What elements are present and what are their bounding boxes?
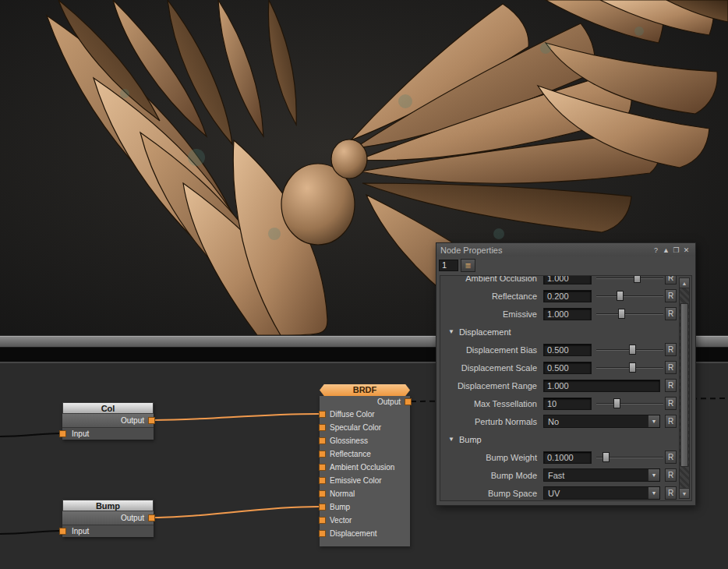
- input-label: Input: [72, 429, 89, 438]
- section-bump[interactable]: ▼ Bump: [440, 430, 678, 448]
- brdf-input-emissive-color: Emissive Color: [320, 474, 410, 487]
- input-label: Diffuse Color: [330, 410, 375, 419]
- input-port[interactable]: [319, 477, 326, 484]
- reset-button[interactable]: R: [665, 307, 677, 320]
- output-label: Output: [121, 514, 144, 522]
- perturb-normals-dropdown[interactable]: No ▼: [543, 415, 660, 428]
- application-window: Col Output Input Bump Output Input BRDF …: [0, 0, 728, 569]
- brdf-input-specular-color: Specular Color: [320, 421, 410, 434]
- node-brdf[interactable]: BRDF Output Diffuse Color Specular Color…: [320, 384, 410, 546]
- input-label: Bump: [330, 503, 350, 511]
- input-port[interactable]: [59, 528, 66, 535]
- node-properties-panel: Node Properties ? ▲ ❐ ✕ 1 ≣ Ambient Occl…: [436, 242, 696, 506]
- input-port[interactable]: [59, 430, 66, 437]
- input-label: Normal: [330, 489, 355, 498]
- brdf-input-bump: Bump: [320, 500, 410, 514]
- displacement-range-value-field[interactable]: 1.000: [543, 380, 660, 392]
- input-port[interactable]: [319, 504, 326, 511]
- bump-space-dropdown[interactable]: UV ▼: [543, 486, 660, 500]
- reflectance-slider[interactable]: [596, 290, 663, 302]
- output-port[interactable]: [148, 417, 155, 424]
- bump-weight-slider[interactable]: [596, 451, 663, 463]
- properties-list: Ambient Occlusion 1.000 R Reflectance 0.…: [440, 275, 692, 501]
- ambient-occlusion-value-field[interactable]: 1.000: [543, 275, 592, 284]
- output-port[interactable]: [148, 514, 155, 521]
- dropdown-value: No: [544, 417, 648, 426]
- panel-toolbar: 1 ≣: [436, 256, 695, 274]
- chevron-down-icon: ▼: [648, 415, 659, 427]
- node-bump-title[interactable]: Bump: [62, 500, 154, 511]
- prop-label: Ambient Occlusion: [442, 275, 542, 283]
- reset-button[interactable]: R: [665, 343, 677, 356]
- row-ambient-occlusion: Ambient Occlusion 1.000 R: [440, 275, 678, 287]
- reset-button[interactable]: R: [665, 275, 677, 284]
- displacement-scale-value-field[interactable]: 0.500: [543, 362, 592, 374]
- input-port[interactable]: [319, 437, 326, 444]
- scroll-thumb[interactable]: [680, 303, 688, 467]
- prop-label: Bump Mode: [442, 471, 542, 480]
- reset-button[interactable]: R: [665, 361, 677, 374]
- node-bump[interactable]: Bump Output Input: [62, 500, 154, 537]
- ambient-occlusion-slider[interactable]: [596, 275, 663, 284]
- help-icon[interactable]: ?: [651, 246, 661, 254]
- input-port[interactable]: [319, 530, 326, 537]
- reset-button[interactable]: R: [665, 415, 677, 428]
- list-icon: ≣: [465, 261, 471, 270]
- shade-icon[interactable]: ▲: [661, 246, 671, 254]
- close-icon[interactable]: ✕: [681, 246, 691, 254]
- emissive-slider[interactable]: [596, 308, 663, 320]
- row-bump-weight: Bump Weight 0.1000 R: [440, 448, 678, 466]
- prop-label: Displacement Scale: [442, 363, 542, 373]
- input-port[interactable]: [319, 451, 326, 458]
- displacement-scale-slider[interactable]: [596, 362, 663, 373]
- brdf-output-row: Output: [320, 396, 410, 408]
- reset-button[interactable]: R: [665, 289, 677, 302]
- triangle-down-icon: ▼: [448, 436, 454, 443]
- output-port[interactable]: [405, 398, 412, 405]
- prop-label: Displacement Range: [442, 381, 542, 391]
- input-port[interactable]: [319, 464, 326, 471]
- input-port[interactable]: [319, 411, 326, 418]
- node-col-input-row: Input: [62, 427, 154, 440]
- emissive-value-field[interactable]: 1.000: [543, 308, 592, 320]
- index-field[interactable]: 1: [439, 260, 458, 271]
- dropdown-value: Fast: [544, 471, 648, 480]
- chevron-down-icon: ▼: [648, 469, 659, 481]
- reflectance-value-field[interactable]: 0.200: [543, 290, 592, 302]
- input-port[interactable]: [319, 517, 326, 524]
- restore-icon[interactable]: ❐: [671, 246, 681, 254]
- node-col-title[interactable]: Col: [62, 402, 154, 414]
- section-displacement[interactable]: ▼ Displacement: [440, 323, 678, 341]
- reset-button[interactable]: R: [665, 451, 677, 464]
- reset-button[interactable]: R: [665, 486, 677, 500]
- input-label: Emissive Color: [330, 476, 382, 485]
- scroll-down-icon[interactable]: ▼: [680, 488, 689, 498]
- brdf-input-vector: Vector: [320, 514, 410, 527]
- input-label: Specular Color: [330, 423, 381, 432]
- prop-label: Reflectance: [442, 292, 542, 301]
- displacement-bias-slider[interactable]: [596, 344, 663, 355]
- brdf-input-normal: Normal: [320, 487, 410, 500]
- scroll-up-icon[interactable]: ▲: [680, 278, 689, 288]
- input-port[interactable]: [319, 424, 326, 431]
- reset-button[interactable]: R: [665, 468, 677, 482]
- list-button[interactable]: ≣: [461, 259, 475, 272]
- output-label: Output: [377, 398, 401, 406]
- bump-weight-value-field[interactable]: 0.1000: [543, 451, 592, 464]
- node-col[interactable]: Col Output Input: [62, 402, 154, 440]
- input-port[interactable]: [319, 490, 326, 497]
- max-tessellation-value-field[interactable]: 10: [543, 398, 592, 410]
- reset-button[interactable]: R: [665, 379, 677, 392]
- bump-mode-dropdown[interactable]: Fast ▼: [543, 468, 660, 482]
- reset-button[interactable]: R: [665, 397, 677, 410]
- prop-label: Displacement Bias: [442, 345, 542, 355]
- brdf-input-displacement: Displacement: [320, 527, 410, 540]
- input-label: Glossiness: [330, 436, 368, 445]
- scrollbar[interactable]: ▲ ▼: [679, 277, 690, 499]
- panel-titlebar[interactable]: Node Properties ? ▲ ❐ ✕: [436, 243, 695, 256]
- displacement-bias-value-field[interactable]: 0.500: [543, 344, 592, 356]
- node-brdf-title[interactable]: BRDF: [320, 384, 410, 396]
- node-bump-output-row: Output: [62, 511, 154, 525]
- max-tessellation-slider[interactable]: [596, 398, 663, 409]
- prop-label: Perturb Normals: [442, 417, 542, 426]
